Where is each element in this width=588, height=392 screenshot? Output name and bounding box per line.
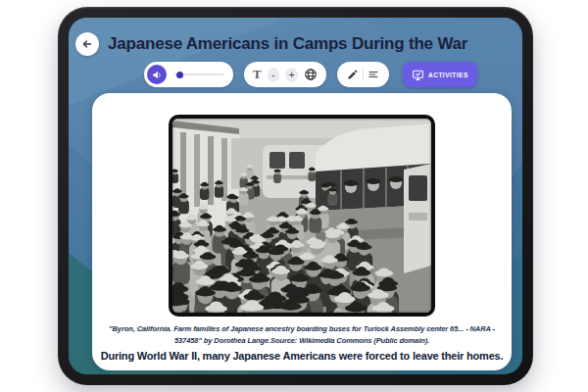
font-decrease-button[interactable]: -	[268, 68, 280, 82]
globe-icon	[304, 68, 318, 81]
page-title: Japanese Americans in Camps During the W…	[108, 34, 467, 54]
volume-slider-handle[interactable]	[176, 72, 183, 78]
lesson-body-text: During World War II, many Japanese Ameri…	[101, 350, 504, 362]
lesson-card: "Byron, California. Farm families of Jap…	[92, 93, 512, 370]
activities-label: ACTIVITIES	[428, 72, 468, 78]
arrow-left-icon	[81, 38, 93, 50]
page-background: Japanese Americans in Camps During the W…	[0, 0, 588, 392]
photo-illustration	[172, 119, 431, 313]
photo-caption: "Byron, California. Farm families of Jap…	[97, 323, 507, 346]
toolbar-divider	[363, 69, 364, 81]
pen-icon	[347, 69, 359, 80]
historical-photo	[169, 115, 435, 317]
monitor-check-icon	[412, 69, 424, 81]
speaker-button[interactable]	[147, 65, 167, 84]
pen-button[interactable]	[347, 69, 359, 80]
tablet-frame: Japanese Americans in Camps During the W…	[58, 7, 533, 385]
font-size-button[interactable]: T	[253, 67, 262, 82]
tablet-screen: Japanese Americans in Camps During the W…	[69, 18, 522, 374]
activities-button[interactable]: ACTIVITIES	[403, 62, 477, 87]
back-button[interactable]	[75, 32, 99, 56]
text-controls: T - +	[244, 62, 326, 87]
volume-control	[144, 62, 233, 87]
volume-slider[interactable]	[174, 74, 224, 75]
header: Japanese Americans in Camps During the W…	[69, 27, 522, 61]
list-button[interactable]	[368, 69, 379, 80]
toolbar: T - +	[69, 62, 522, 88]
list-icon	[368, 69, 379, 80]
font-increase-button[interactable]: +	[285, 68, 298, 82]
language-button[interactable]	[304, 68, 318, 81]
speaker-icon	[152, 70, 163, 80]
annotation-tools	[337, 62, 389, 87]
